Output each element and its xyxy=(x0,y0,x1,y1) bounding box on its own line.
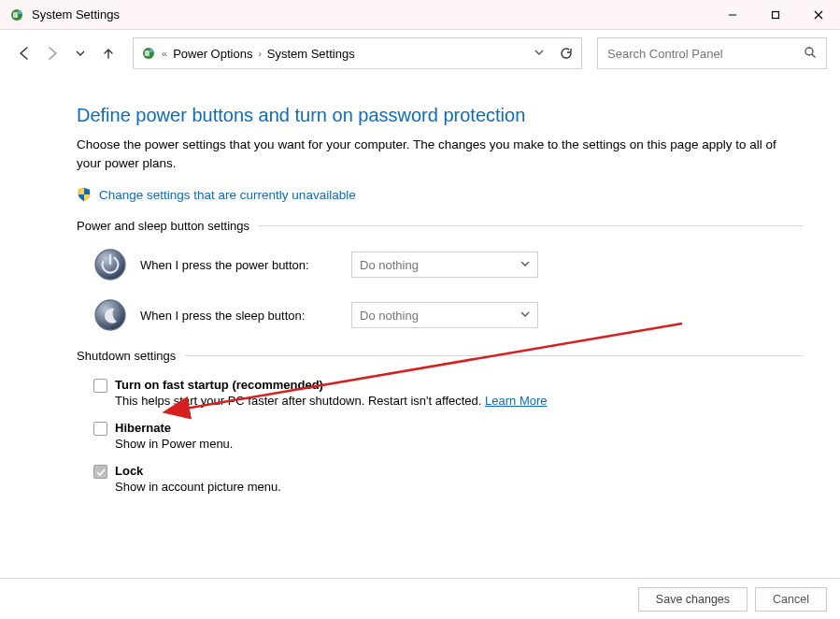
up-button[interactable] xyxy=(97,42,120,65)
lock-desc: Show in account picture menu. xyxy=(115,480,281,494)
svg-rect-8 xyxy=(145,50,149,56)
power-button-row: When I press the power button: Do nothin… xyxy=(93,248,803,281)
nav-bar: « Power Options › System Settings xyxy=(0,30,840,77)
breadcrumb-root-chevrons: « xyxy=(162,48,167,59)
svg-rect-4 xyxy=(773,11,779,18)
group-label-power-sleep: Power and sleep button settings xyxy=(77,219,249,233)
window-title: System Settings xyxy=(32,7,120,22)
hibernate-label: Hibernate xyxy=(115,421,233,435)
lock-checkbox[interactable] xyxy=(93,465,107,479)
sleep-button-row: When I press the sleep button: Do nothin… xyxy=(93,298,803,332)
group-header-power-sleep: Power and sleep button settings xyxy=(77,219,803,233)
uac-shield-icon xyxy=(77,187,92,202)
sleep-button-dropdown[interactable]: Do nothing xyxy=(351,302,538,328)
recent-dropdown[interactable] xyxy=(69,42,92,65)
chevron-down-icon xyxy=(520,310,530,321)
lock-row: Lock Show in account picture menu. xyxy=(93,464,803,503)
search-box[interactable] xyxy=(597,37,827,69)
chevron-right-icon: › xyxy=(258,49,261,59)
sleep-button-label: When I press the sleep button: xyxy=(140,309,338,323)
fast-startup-checkbox[interactable] xyxy=(93,379,107,393)
hibernate-checkbox[interactable] xyxy=(93,422,107,436)
content-area: Define power buttons and turn on passwor… xyxy=(0,79,840,503)
hibernate-row: Hibernate Show in Power menu. xyxy=(93,421,803,460)
power-icon xyxy=(93,248,127,281)
svg-point-9 xyxy=(149,49,153,52)
breadcrumb-dropdown-icon[interactable] xyxy=(534,48,544,59)
app-icon xyxy=(9,7,24,22)
sleep-icon xyxy=(93,298,127,332)
search-icon xyxy=(804,46,817,62)
power-button-label: When I press the power button: xyxy=(140,258,338,272)
group-label-shutdown: Shutdown settings xyxy=(77,349,176,363)
refresh-button[interactable] xyxy=(559,46,574,61)
title-bar: System Settings xyxy=(0,0,840,30)
fast-startup-desc-text: This helps start your PC faster after sh… xyxy=(115,394,485,408)
address-bar[interactable]: « Power Options › System Settings xyxy=(133,37,582,69)
change-settings-link[interactable]: Change settings that are currently unava… xyxy=(99,188,356,202)
bottom-button-bar: Save changes Cancel xyxy=(0,578,840,619)
fast-startup-label: Turn on fast startup (recommended) xyxy=(115,378,548,392)
save-changes-button[interactable]: Save changes xyxy=(638,587,747,612)
maximize-button[interactable] xyxy=(754,0,797,30)
window-controls xyxy=(711,0,840,30)
group-divider xyxy=(259,225,803,226)
fast-startup-row: Turn on fast startup (recommended) This … xyxy=(93,378,803,417)
group-divider xyxy=(185,355,803,356)
fast-startup-desc: This helps start your PC faster after sh… xyxy=(115,394,548,408)
back-button[interactable] xyxy=(13,42,36,65)
breadcrumb-level-1[interactable]: Power Options xyxy=(173,47,252,61)
svg-point-10 xyxy=(805,48,813,55)
learn-more-link[interactable]: Learn More xyxy=(485,394,547,408)
svg-rect-1 xyxy=(13,12,18,18)
svg-line-11 xyxy=(812,54,816,58)
page-heading: Define power buttons and turn on passwor… xyxy=(77,105,803,126)
lock-label: Lock xyxy=(115,464,281,478)
search-input[interactable] xyxy=(607,47,804,61)
power-button-dropdown[interactable]: Do nothing xyxy=(351,252,538,278)
group-header-shutdown: Shutdown settings xyxy=(77,349,803,363)
breadcrumb-level-2[interactable]: System Settings xyxy=(267,47,355,61)
forward-button[interactable] xyxy=(41,42,64,65)
breadcrumb-icon xyxy=(141,46,156,61)
change-settings-row: Change settings that are currently unava… xyxy=(77,187,803,202)
hibernate-desc: Show in Power menu. xyxy=(115,437,233,451)
cancel-button[interactable]: Cancel xyxy=(755,587,827,612)
page-description: Choose the power settings that you want … xyxy=(77,136,803,172)
svg-point-2 xyxy=(18,10,21,14)
sleep-button-value: Do nothing xyxy=(360,309,419,323)
close-button[interactable] xyxy=(797,0,840,30)
minimize-button[interactable] xyxy=(711,0,754,30)
power-button-value: Do nothing xyxy=(360,258,419,272)
chevron-down-icon xyxy=(520,259,530,270)
